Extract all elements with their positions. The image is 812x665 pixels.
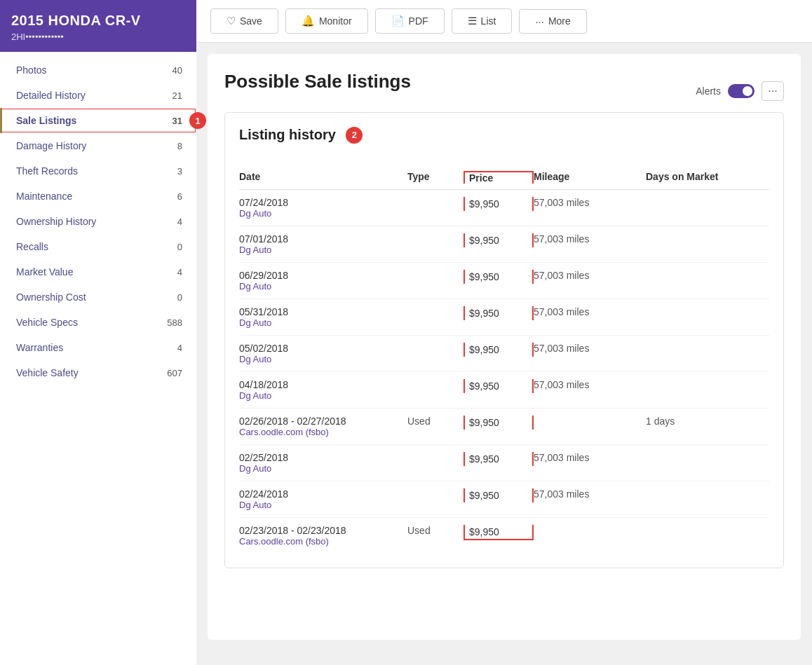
monitor-button[interactable]: 🔔 Monitor — [285, 8, 368, 34]
cell-price: $9,950 — [463, 379, 534, 393]
nav-badge: 607 — [167, 368, 182, 378]
step1-badge: 1 — [189, 112, 206, 129]
list-button[interactable]: ☰ List — [452, 8, 513, 34]
sidebar-item-warranties[interactable]: Warranties 4 — [0, 335, 196, 360]
source-text: Cars.oodle.com (fsbo) — [239, 536, 407, 547]
cell-mileage: 57,003 miles — [534, 233, 646, 245]
date-text: 04/18/2018 — [239, 379, 407, 390]
step2-badge: 2 — [346, 127, 363, 144]
source-text: Dg Auto — [239, 208, 407, 219]
options-button[interactable]: ··· — [762, 81, 784, 101]
cell-price: $9,950 — [463, 197, 534, 211]
list-icon: ☰ — [468, 15, 477, 27]
cell-mileage: 57,003 miles — [534, 306, 646, 317]
more-icon: ··· — [535, 15, 544, 27]
sidebar-item-sale-listings[interactable]: Sale Listings 31 1 — [0, 108, 196, 133]
pdf-icon: 📄 — [391, 15, 405, 27]
table-row: 02/24/2018 Dg Auto $9,950 57,003 miles — [239, 481, 769, 518]
car-title: 2015 HONDA CR-V — [11, 13, 185, 29]
date-text: 07/01/2018 — [239, 233, 407, 245]
source-text: Dg Auto — [239, 317, 407, 328]
nav-label: Theft Records — [16, 165, 78, 177]
cell-date: 05/31/2018 Dg Auto — [239, 306, 407, 328]
cell-price: $9,950 — [463, 525, 534, 540]
sidebar-item-recalls[interactable]: Recalls 0 — [0, 234, 196, 259]
cell-mileage: 57,003 miles — [534, 270, 646, 281]
sidebar-item-vehicle-safety[interactable]: Vehicle Safety 607 — [0, 360, 196, 385]
nav-badge: 4 — [177, 217, 182, 227]
source-text: Dg Auto — [239, 500, 407, 510]
heart-icon: ♡ — [226, 15, 236, 27]
toolbar: ♡ Save 🔔 Monitor 📄 PDF ☰ List ··· More — [196, 0, 812, 43]
nav-label: Sale Listings — [16, 115, 76, 126]
source-text: Dg Auto — [239, 245, 407, 255]
cell-date: 05/02/2018 Dg Auto — [239, 343, 407, 364]
nav-badge: 8 — [177, 141, 182, 151]
sidebar-item-damage-history[interactable]: Damage History 8 — [0, 133, 196, 158]
col-header-price: Price — [463, 171, 534, 184]
cell-date: 07/24/2018 Dg Auto — [239, 197, 407, 219]
sidebar-header: 2015 HONDA CR-V 2HI•••••••••••• — [0, 0, 196, 52]
nav-label: Ownership History — [16, 216, 96, 227]
table-body: 07/24/2018 Dg Auto $9,950 57,003 miles 0… — [239, 190, 769, 554]
cell-date: 06/29/2018 Dg Auto — [239, 270, 407, 292]
list-label: List — [481, 15, 496, 27]
sidebar: 2015 HONDA CR-V 2HI•••••••••••• Photos 4… — [0, 0, 196, 665]
table-row: 02/23/2018 - 02/23/2018 Cars.oodle.com (… — [239, 518, 769, 554]
nav-label: Detailed History — [16, 90, 86, 101]
source-text: Dg Auto — [239, 390, 407, 401]
sidebar-item-market-value[interactable]: Market Value 4 — [0, 259, 196, 284]
cell-price: $9,950 — [463, 488, 534, 502]
nav-label: Warranties — [16, 342, 63, 353]
nav-badge: 31 — [172, 116, 182, 126]
bell-icon: 🔔 — [302, 15, 315, 27]
date-text: 02/26/2018 - 02/27/2018 — [239, 416, 407, 427]
cell-days: 1 days — [646, 416, 758, 427]
alerts-toggle[interactable] — [728, 84, 755, 98]
table-row: 05/31/2018 Dg Auto $9,950 57,003 miles — [239, 299, 769, 336]
sidebar-item-vehicle-specs[interactable]: Vehicle Specs 588 — [0, 310, 196, 335]
monitor-label: Monitor — [319, 15, 352, 27]
table-row: 05/02/2018 Dg Auto $9,950 57,003 miles — [239, 336, 769, 372]
table-row: 06/29/2018 Dg Auto $9,950 57,003 miles — [239, 263, 769, 299]
cell-date: 02/26/2018 - 02/27/2018 Cars.oodle.com (… — [239, 416, 407, 437]
alerts-row: Alerts ··· — [696, 81, 784, 101]
source-text: Dg Auto — [239, 354, 407, 364]
nav-badge: 6 — [177, 191, 182, 202]
cell-mileage: 57,003 miles — [534, 452, 646, 463]
cell-date: 02/25/2018 Dg Auto — [239, 452, 407, 474]
car-vin: 2HI•••••••••••• — [11, 32, 185, 42]
cell-price: $9,950 — [463, 270, 534, 284]
pdf-button[interactable]: 📄 PDF — [375, 8, 445, 34]
save-button[interactable]: ♡ Save — [210, 8, 278, 34]
more-button[interactable]: ··· More — [519, 9, 586, 34]
sidebar-item-ownership-cost[interactable]: Ownership Cost 0 — [0, 284, 196, 310]
nav-badge: 588 — [167, 317, 182, 328]
nav-label: Recalls — [16, 241, 48, 252]
nav-badge: 21 — [172, 90, 182, 101]
date-text: 02/24/2018 — [239, 488, 407, 500]
source-text: Dg Auto — [239, 281, 407, 292]
date-text: 06/29/2018 — [239, 270, 407, 281]
nav-badge: 0 — [177, 242, 182, 252]
col-header-days: Days on Market — [646, 171, 758, 184]
date-text: 02/23/2018 - 02/23/2018 — [239, 525, 407, 536]
table-row: 07/24/2018 Dg Auto $9,950 57,003 miles — [239, 190, 769, 226]
nav-badge: 3 — [177, 166, 182, 177]
sidebar-item-theft-records[interactable]: Theft Records 3 — [0, 158, 196, 184]
nav-badge: 40 — [172, 65, 182, 76]
alerts-label: Alerts — [696, 85, 721, 97]
content-area: Possible Sale listings Alerts ··· Listin… — [208, 54, 801, 640]
sidebar-item-photos[interactable]: Photos 40 — [0, 57, 196, 83]
nav-badge: 0 — [177, 292, 182, 303]
more-label: More — [548, 15, 571, 27]
sidebar-item-ownership-history[interactable]: Ownership History 4 — [0, 209, 196, 234]
date-text: 05/02/2018 — [239, 343, 407, 354]
cell-mileage: 57,003 miles — [534, 379, 646, 390]
table-row: 04/18/2018 Dg Auto $9,950 57,003 miles — [239, 372, 769, 409]
sidebar-item-detailed-history[interactable]: Detailed History 21 — [0, 83, 196, 108]
table-header: Date Type Price Mileage Days on Market — [239, 165, 769, 190]
nav-label: Ownership Cost — [16, 292, 86, 303]
sidebar-item-maintenance[interactable]: Maintenance 6 — [0, 184, 196, 209]
table-row: 02/26/2018 - 02/27/2018 Cars.oodle.com (… — [239, 409, 769, 445]
